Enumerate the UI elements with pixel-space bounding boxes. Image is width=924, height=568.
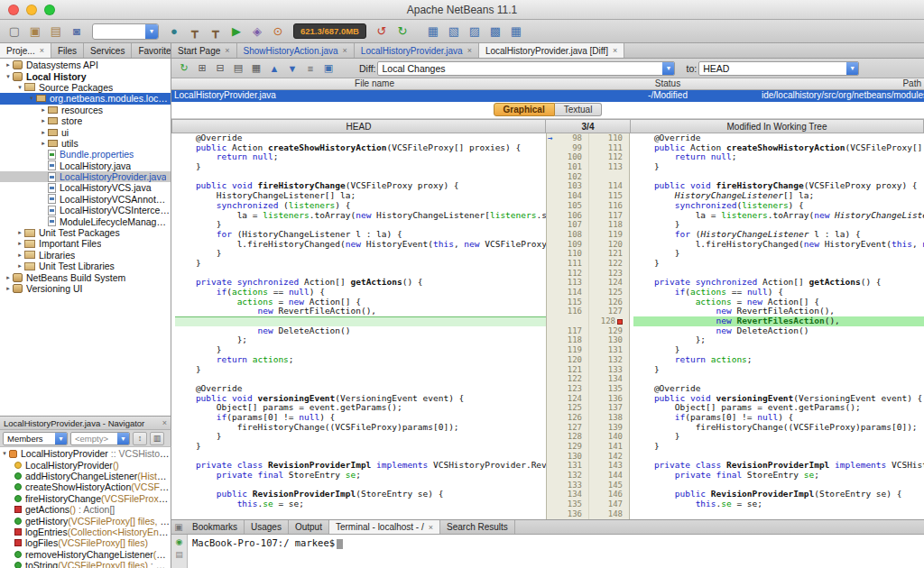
navigator-member-createshowhistoryaction[interactable]: createShowHistoryAction(VCSFileProxy[] p…: [0, 481, 171, 492]
navigator-member-firehistorychange[interactable]: fireHistoryChange(VCSFileProxy proxy): [0, 493, 171, 504]
prev-diff-icon[interactable]: ▲: [265, 60, 283, 76]
expanded-arrow-icon[interactable]: ▾: [0, 450, 9, 457]
tree-item-netbeans-build-system[interactable]: ▸NetBeans Build System: [0, 271, 171, 282]
editor-tab-localhistoryprovider-java[interactable]: LocalHistoryProvider.java×: [355, 43, 479, 58]
commit-icon[interactable]: ▣: [319, 60, 337, 76]
tree-item-org-netbeans-modules-localhistory[interactable]: ▾org.netbeans.modules.localhistory: [0, 93, 171, 104]
collapsed-arrow-icon[interactable]: ▸: [39, 140, 48, 147]
bottom-tab-output[interactable]: Output: [289, 520, 329, 534]
navigator-member-logentries[interactable]: logEntries(Collection<HistoryEntry> entr…: [0, 527, 171, 537]
collapsed-arrow-icon[interactable]: ▸: [4, 285, 13, 292]
window-dock-icon[interactable]: ▩: [486, 23, 504, 41]
close-icon[interactable]: ×: [162, 418, 167, 427]
panel-tab-proje[interactable]: Proje...×: [0, 43, 51, 58]
panel-tab-favorites[interactable]: Favorites: [132, 43, 171, 58]
navigator-root-class[interactable]: ▾LocalHistoryProvider :: VCSHistoryProvi…: [0, 448, 171, 459]
tree-item-localhistoryprovider-java[interactable]: LocalHistoryProvider.java: [0, 171, 171, 182]
window-shade-icon[interactable]: ▨: [466, 23, 484, 41]
bottom-tab-bookmarks[interactable]: Bookmarks: [186, 520, 245, 534]
collapsed-arrow-icon[interactable]: ▸: [4, 274, 13, 281]
collapsed-arrow-icon[interactable]: ▸: [39, 117, 48, 124]
zoom-window-button[interactable]: [44, 5, 55, 15]
close-tab-icon[interactable]: ×: [343, 46, 347, 55]
tree-item-unit-test-packages[interactable]: ▸Unit Test Packages: [0, 227, 171, 238]
collapse-all-icon[interactable]: ⊟: [211, 60, 229, 76]
profile-project-icon[interactable]: ⊙: [269, 23, 287, 41]
new-project-icon[interactable]: ▣: [26, 23, 44, 41]
clean-build-project-icon[interactable]: ┳: [207, 23, 225, 41]
diff-to-combo[interactable]: HEAD ▼: [698, 61, 859, 76]
tree-item-utils[interactable]: ▸utils: [0, 138, 171, 149]
terminal-settings-icon[interactable]: ▤: [175, 550, 183, 559]
collapsed-arrow-icon[interactable]: ▸: [39, 129, 48, 136]
memory-indicator[interactable]: 621.3/687.0MB: [293, 23, 366, 39]
build-project-icon[interactable]: ┳: [186, 23, 204, 41]
filter-view-icon[interactable]: ▥: [150, 432, 164, 445]
tree-item-libraries[interactable]: ▸Libraries: [0, 250, 171, 261]
editor-tab-start-page[interactable]: Start Page×: [171, 43, 237, 58]
tree-item-resources[interactable]: ▸resources: [0, 105, 171, 115]
debug-project-icon[interactable]: ◈: [248, 23, 266, 41]
tree-item-localhistoryvcsinterceptor-java[interactable]: LocalHistoryVCSInterceptor.java: [0, 205, 171, 215]
column-path[interactable]: Path: [758, 78, 924, 88]
minimize-window-button[interactable]: [26, 5, 37, 15]
gc-green-icon[interactable]: ↻: [393, 23, 411, 41]
collapsed-arrow-icon[interactable]: ▸: [39, 106, 48, 114]
gc-red-icon[interactable]: ↺: [373, 23, 391, 41]
tree-item-store[interactable]: ▸store: [0, 115, 171, 126]
bottom-tab-usages[interactable]: Usages: [245, 520, 289, 534]
members-combo[interactable]: Members ▼: [3, 432, 68, 445]
run-project-icon[interactable]: ▶: [227, 23, 245, 41]
expand-all-icon[interactable]: ⊞: [193, 60, 211, 76]
terminal-output[interactable]: MacBook-Pro-107:/ markee$: [188, 535, 924, 568]
panel-tab-services[interactable]: Services: [84, 43, 132, 58]
close-tab-icon[interactable]: ×: [613, 46, 617, 55]
editor-tab-localhistoryprovider-java-diff[interactable]: LocalHistoryProvider.java [Diff]×: [479, 43, 624, 58]
tree-item-modulelifecyclemanager-java[interactable]: ModuleLifecycleManager.java: [0, 215, 171, 226]
open-project-icon[interactable]: ▤: [47, 23, 65, 41]
close-tab-icon[interactable]: ×: [225, 46, 229, 55]
tree-item-versioning-ui[interactable]: ▸Versioning UI: [0, 283, 171, 294]
collapsed-arrow-icon[interactable]: ▸: [4, 61, 13, 69]
close-tab-icon[interactable]: ×: [467, 46, 472, 55]
window-split-icon[interactable]: ▧: [445, 23, 463, 41]
navigator-member-removehistorychangelistener[interactable]: removeHistoryChangeListener(HistoryChang…: [0, 549, 171, 560]
column-status[interactable]: Status: [578, 78, 758, 88]
navigator-member-getactions[interactable]: getActions() : Action[]: [0, 504, 171, 515]
graphical-view-button[interactable]: Graphical: [494, 103, 555, 116]
tree-item-ui[interactable]: ▸ui: [0, 126, 171, 137]
sort-icon[interactable]: ↕: [133, 432, 147, 445]
collapsed-arrow-icon[interactable]: ▸: [15, 240, 24, 247]
navigator-member-gethistory[interactable]: getHistory(VCSFileProxy[] files, Date fr…: [0, 515, 171, 526]
collapsed-arrow-icon[interactable]: ▸: [15, 252, 24, 259]
expanded-arrow-icon[interactable]: ▾: [4, 73, 13, 80]
new-file-icon[interactable]: ▢: [5, 23, 23, 41]
tree-item-bundle-properties[interactable]: Bundle.properties: [0, 149, 171, 160]
new-terminal-icon[interactable]: ◉: [176, 537, 183, 546]
window-grid-icon[interactable]: ▦: [424, 23, 442, 41]
ide-services-icon[interactable]: ●: [165, 23, 183, 41]
navigator-member-logfiles[interactable]: logFiles(VCSFileProxy[] files): [0, 537, 171, 548]
diff-change-marker-icon[interactable]: [617, 319, 623, 325]
column-file-name[interactable]: File name: [171, 78, 578, 88]
tree-item-source-packages[interactable]: ▾Source Packages: [0, 82, 171, 93]
navigator-member-tostring[interactable]: toString(VCSFileProxy[] files) : String: [0, 560, 171, 568]
head-code-pane[interactable]: @Override public Action createShowHistor…: [171, 133, 546, 519]
next-diff-icon[interactable]: ▼: [283, 60, 301, 76]
panel-tab-files[interactable]: Files: [51, 43, 84, 58]
working-tree-code-pane[interactable]: @Override public Action createShowHistor…: [630, 133, 924, 519]
collapsed-arrow-icon[interactable]: ▸: [15, 229, 24, 236]
navigator-member-addhistorychangelistener[interactable]: addHistoryChangeListener(HistoryChangeLi…: [0, 471, 171, 481]
tree-item-important-files[interactable]: ▸Important Files: [0, 238, 171, 249]
diff-range-combo[interactable]: Local Changes ▼: [377, 61, 675, 76]
tree-item-unit-test-libraries[interactable]: ▸Unit Test Libraries: [0, 261, 171, 271]
close-window-button[interactable]: [8, 5, 19, 15]
window-group-icon[interactable]: ▦: [507, 23, 525, 41]
tree-view-icon[interactable]: ▦: [247, 60, 265, 76]
list-view-icon[interactable]: ▤: [229, 60, 247, 76]
close-tab-icon[interactable]: ×: [429, 523, 433, 532]
diff-options-icon[interactable]: ≡: [301, 60, 319, 76]
bottom-tab-search-results[interactable]: Search Results: [440, 520, 515, 534]
textual-view-button[interactable]: Textual: [555, 103, 603, 116]
tree-item-datasystems-api[interactable]: ▸Datasystems API: [0, 60, 171, 70]
